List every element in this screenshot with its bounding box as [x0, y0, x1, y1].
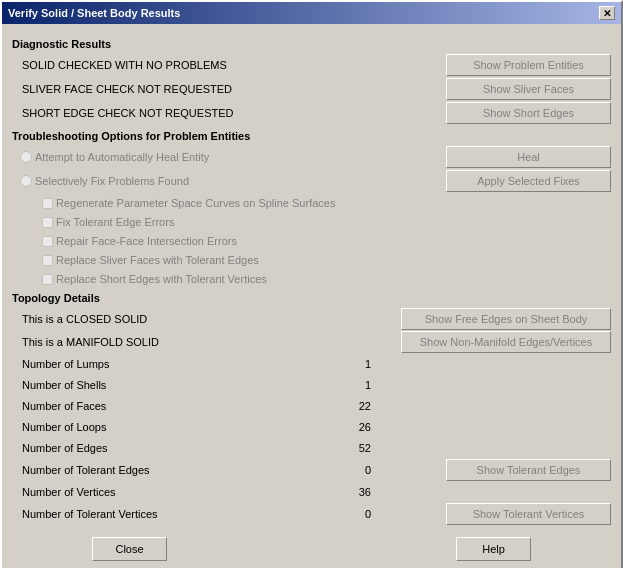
- title-bar: Verify Solid / Sheet Body Results ✕: [2, 2, 621, 24]
- topo-label-9: Number of Tolerant Vertices: [12, 508, 341, 520]
- show-sliver-faces-right: Show Sliver Faces: [381, 78, 611, 100]
- checkbox-repair-face[interactable]: [42, 236, 53, 247]
- checkbox-row-0: Regenerate Parameter Space Curves on Spl…: [42, 194, 611, 212]
- show-sliver-faces-button[interactable]: Show Sliver Faces: [446, 78, 611, 100]
- table-row: Number of Shells 1: [12, 375, 611, 395]
- topo-value-7: 0: [341, 464, 371, 476]
- topo-label-6: Number of Edges: [12, 442, 341, 454]
- radio-group: Attempt to Automatically Heal Entity Hea…: [12, 146, 611, 192]
- show-short-edges-right: Show Short Edges: [381, 102, 611, 124]
- table-row: Number of Vertices 36: [12, 482, 611, 502]
- checkbox-label-3: Replace Sliver Faces with Tolerant Edges: [56, 254, 259, 266]
- topology-header: Topology Details: [12, 292, 611, 304]
- show-non-manifold-button[interactable]: Show Non-Manifold Edges/Vertices: [401, 331, 611, 353]
- topo-value-6: 52: [341, 442, 371, 454]
- auto-heal-radio[interactable]: [20, 151, 32, 163]
- table-row: Number of Tolerant Vertices 0 Show Toler…: [12, 503, 611, 525]
- topo-label-1: This is a MANIFOLD SOLID: [12, 336, 341, 348]
- topology-rows: This is a CLOSED SOLID Show Free Edges o…: [12, 308, 611, 525]
- tolerant-edges-right: Show Tolerant Edges: [381, 459, 611, 481]
- table-row: Number of Edges 52: [12, 438, 611, 458]
- free-edges-right: Show Free Edges on Sheet Body: [381, 308, 611, 330]
- close-button[interactable]: Close: [92, 537, 167, 561]
- close-icon[interactable]: ✕: [599, 6, 615, 20]
- show-tolerant-edges-button[interactable]: Show Tolerant Edges: [446, 459, 611, 481]
- table-row: SLIVER FACE CHECK NOT REQUESTED Show Sli…: [12, 78, 611, 100]
- table-row: This is a CLOSED SOLID Show Free Edges o…: [12, 308, 611, 330]
- table-row: Number of Lumps 1: [12, 354, 611, 374]
- radio-row-heal: Attempt to Automatically Heal Entity Hea…: [16, 146, 611, 168]
- topo-value-8: 36: [341, 486, 371, 498]
- topo-label-4: Number of Faces: [12, 400, 341, 412]
- topo-label-3: Number of Shells: [12, 379, 341, 391]
- table-row: This is a MANIFOLD SOLID Show Non-Manifo…: [12, 331, 611, 353]
- show-problem-entities-button[interactable]: Show Problem Entities: [446, 54, 611, 76]
- topo-label-2: Number of Lumps: [12, 358, 341, 370]
- checkbox-replace-short[interactable]: [42, 274, 53, 285]
- checkbox-replace-sliver[interactable]: [42, 255, 53, 266]
- table-row: Number of Loops 26: [12, 417, 611, 437]
- selective-fix-radio[interactable]: [20, 175, 32, 187]
- checkbox-row-4: Replace Short Edges with Tolerant Vertic…: [42, 270, 611, 288]
- checkbox-label-1: Fix Tolerant Edge Errors: [56, 216, 174, 228]
- troubleshooting-header: Troubleshooting Options for Problem Enti…: [12, 130, 611, 142]
- topo-label-5: Number of Loops: [12, 421, 341, 433]
- topo-value-2: 1: [341, 358, 371, 370]
- topo-label-8: Number of Vertices: [12, 486, 341, 498]
- checkbox-row-2: Repair Face-Face Intersection Errors: [42, 232, 611, 250]
- topo-value-5: 26: [341, 421, 371, 433]
- checkbox-label-4: Replace Short Edges with Tolerant Vertic…: [56, 273, 267, 285]
- auto-heal-label: Attempt to Automatically Heal Entity: [35, 151, 209, 163]
- radio-row-fix: Selectively Fix Problems Found Apply Sel…: [16, 170, 611, 192]
- tolerant-vertices-right: Show Tolerant Vertices: [381, 503, 611, 525]
- apply-fixes-button-right: Apply Selected Fixes: [381, 170, 611, 192]
- topo-label-0: This is a CLOSED SOLID: [12, 313, 341, 325]
- checkbox-label-2: Repair Face-Face Intersection Errors: [56, 235, 237, 247]
- heal-button[interactable]: Heal: [446, 146, 611, 168]
- table-row: SOLID CHECKED WITH NO PROBLEMS Show Prob…: [12, 54, 611, 76]
- diagnostic-label-1: SLIVER FACE CHECK NOT REQUESTED: [12, 83, 381, 95]
- checkbox-label-0: Regenerate Parameter Space Curves on Spl…: [56, 197, 335, 209]
- content-area: Diagnostic Results SOLID CHECKED WITH NO…: [2, 24, 621, 568]
- non-manifold-right: Show Non-Manifold Edges/Vertices: [381, 331, 611, 353]
- main-window: Verify Solid / Sheet Body Results ✕ Diag…: [0, 0, 623, 568]
- checkbox-regenerate[interactable]: [42, 198, 53, 209]
- checkbox-row-1: Fix Tolerant Edge Errors: [42, 213, 611, 231]
- diagnostic-label-0: SOLID CHECKED WITH NO PROBLEMS: [12, 59, 381, 71]
- window-title: Verify Solid / Sheet Body Results: [8, 7, 180, 19]
- show-tolerant-vertices-button[interactable]: Show Tolerant Vertices: [446, 503, 611, 525]
- table-row: Number of Faces 22: [12, 396, 611, 416]
- topo-value-4: 22: [341, 400, 371, 412]
- checkbox-group: Regenerate Parameter Space Curves on Spl…: [12, 194, 611, 288]
- topo-value-3: 1: [341, 379, 371, 391]
- topo-value-9: 0: [341, 508, 371, 520]
- diagnostic-header: Diagnostic Results: [12, 38, 611, 50]
- checkbox-tolerant-edge[interactable]: [42, 217, 53, 228]
- diagnostic-label-2: SHORT EDGE CHECK NOT REQUESTED: [12, 107, 381, 119]
- show-problem-entities-right: Show Problem Entities: [381, 54, 611, 76]
- diagnostic-rows: SOLID CHECKED WITH NO PROBLEMS Show Prob…: [12, 54, 611, 124]
- table-row: Number of Tolerant Edges 0 Show Tolerant…: [12, 459, 611, 481]
- selective-fix-label: Selectively Fix Problems Found: [35, 175, 189, 187]
- apply-selected-fixes-button[interactable]: Apply Selected Fixes: [446, 170, 611, 192]
- topo-label-7: Number of Tolerant Edges: [12, 464, 341, 476]
- table-row: SHORT EDGE CHECK NOT REQUESTED Show Shor…: [12, 102, 611, 124]
- bottom-buttons: Close Help: [12, 529, 611, 568]
- show-short-edges-button[interactable]: Show Short Edges: [446, 102, 611, 124]
- heal-button-right: Heal: [381, 146, 611, 168]
- checkbox-row-3: Replace Sliver Faces with Tolerant Edges: [42, 251, 611, 269]
- help-button[interactable]: Help: [456, 537, 531, 561]
- show-free-edges-button[interactable]: Show Free Edges on Sheet Body: [401, 308, 611, 330]
